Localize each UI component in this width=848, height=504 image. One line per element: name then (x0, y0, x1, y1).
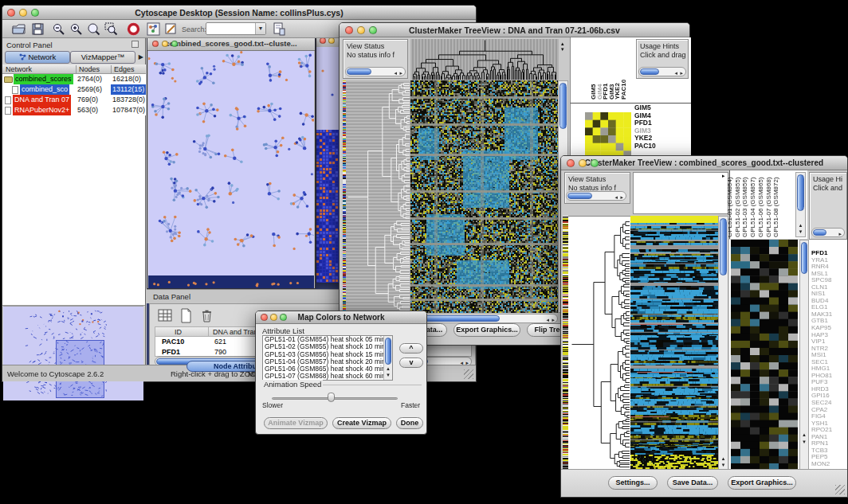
treeview-b-footer: Settings...Save Data...Export Graphics..… (561, 469, 847, 497)
zoom-ic[interactable] (171, 41, 178, 47)
folder-icon (4, 76, 13, 83)
desktop: Cytoscape Desktop (Session Name: collins… (0, 0, 848, 504)
animate-vizmap-button[interactable]: Animate Vizmap (264, 417, 328, 429)
view-status-scrollbar[interactable]: ◂▸ (345, 67, 406, 76)
treeview-button[interactable]: Save Data... (667, 476, 718, 490)
network-nodes: 769(0) (76, 95, 111, 105)
float-panel-icon[interactable] (132, 41, 139, 48)
tab-overflow-arrow[interactable]: ▶ (139, 53, 143, 61)
resize-grip[interactable] (464, 369, 473, 379)
network-overview-thumbnail[interactable] (3, 306, 143, 400)
col-label-vscrollbar[interactable]: ▴▾ (795, 172, 806, 237)
move-down-button[interactable]: v (399, 357, 423, 368)
network-graph-canvas[interactable] (148, 51, 314, 288)
close-ic[interactable] (261, 314, 268, 321)
dialog-titlebar[interactable]: Map Colors to Network (256, 311, 426, 324)
help-ring-icon[interactable] (127, 22, 140, 36)
treeview-a-zoom-heatmap[interactable] (585, 112, 631, 158)
move-up-button[interactable]: ^ (399, 343, 423, 354)
network-row[interactable]: combined_scores2764(0)16218(0) (2, 74, 146, 84)
zoom-fit-icon[interactable] (87, 22, 100, 36)
treeview-b-titlebar[interactable]: ClusterMaker TreeView : combined_scores_… (561, 156, 847, 170)
control-panel: Control Panel Network VizMapper™ ▶ Netwo… (2, 38, 146, 365)
column-label: GPL51-06 (GSM865) (758, 177, 764, 237)
zoom-in-icon[interactable] (69, 22, 83, 36)
status-welcome: Welcome to Cytoscape 2.6.2 (7, 369, 104, 378)
close-ic[interactable] (152, 41, 159, 47)
usage-hints-panel: Usage HiClick and ▸ (809, 172, 847, 240)
treeview-b-zoom-heatmap[interactable] (731, 240, 798, 471)
search-input[interactable]: ▼ (206, 22, 266, 35)
column-label: PAC10 (621, 80, 627, 100)
network-name: DNA and Tran 07 (13, 95, 71, 105)
create-vizmap-button[interactable]: Create Vizmap (332, 417, 391, 429)
zoom-window-ic[interactable] (31, 9, 39, 17)
main-title-bar[interactable]: Cytoscape Desktop (Session Name: collins… (2, 6, 476, 20)
network-table-header: Network Nodes Edges (2, 64, 146, 74)
network-row[interactable]: RNAPuberNov2+563(0)107847(0) (2, 105, 146, 115)
table-icon[interactable] (158, 308, 173, 323)
minimize-ic[interactable] (19, 9, 27, 17)
network-nodes: 2764(0) (76, 74, 111, 84)
background-network-canvas[interactable] (316, 47, 341, 283)
tab-network[interactable]: Network (5, 51, 70, 64)
network-row[interactable]: combined_sco2569(6)13112(15) (2, 84, 146, 95)
zoom-ic[interactable] (369, 26, 377, 34)
close-ic[interactable] (7, 9, 15, 17)
tab-vizmapper[interactable]: VizMapper™ (70, 51, 135, 64)
nav-arrow-icon[interactable]: ▸ (722, 173, 725, 178)
close-ic[interactable] (567, 159, 575, 167)
network-view-titlebar[interactable]: combined_scores_good.txt--cluste... (147, 38, 315, 51)
annotation-icon[interactable] (164, 22, 178, 36)
attribute-listbox[interactable]: GPL51-01 (GSM854) heat shock 05 minGPL51… (262, 335, 393, 381)
row-dendrogram[interactable] (346, 80, 410, 313)
row-dendrogram[interactable] (568, 216, 630, 471)
vizmap-shortcut-icon[interactable] (147, 22, 160, 36)
treeview-a-titlebar[interactable]: ClusterMaker TreeView : DNA and Tran 07-… (340, 23, 689, 37)
new-document-icon[interactable] (179, 308, 194, 323)
network-nodes: 563(0) (76, 105, 111, 115)
gene-list-vscrollbar[interactable]: ▴▾ (799, 240, 809, 471)
animation-speed-slider-track[interactable] (272, 397, 398, 400)
done-button[interactable]: Done (396, 417, 423, 429)
zoom-out-icon[interactable] (52, 22, 65, 36)
usage-hints-scrollbar[interactable]: ◂▸ (638, 67, 686, 76)
attribute-batch-icon[interactable] (273, 22, 286, 36)
save-icon[interactable] (31, 22, 45, 36)
network-edges: 107847(0) (111, 105, 146, 115)
open-folder-icon[interactable] (12, 22, 26, 36)
network-row[interactable]: DNA and Tran 07769(0)183728(0) (2, 95, 146, 105)
close-ic[interactable] (345, 26, 353, 34)
trash-icon[interactable] (199, 308, 214, 323)
resize-grip[interactable] (835, 485, 845, 494)
network-view-window[interactable]: combined_scores_good.txt--cluste... (147, 38, 316, 289)
treeview-window-combined: ClusterMaker TreeView : combined_scores_… (560, 155, 848, 498)
minimize-ic[interactable] (357, 26, 365, 34)
heatmap-vscrollbar[interactable]: ▴▾ (718, 216, 728, 471)
treeview-a-global-heatmap[interactable] (410, 80, 558, 313)
faster-label: Faster (401, 401, 420, 409)
gene-label: MON2 (811, 461, 832, 468)
listbox-vscrollbar[interactable]: ▴▾ (383, 336, 392, 380)
view-status-scrollbar[interactable]: ◂▸ (566, 191, 626, 201)
minimize-ic[interactable] (579, 159, 587, 167)
network-edges: 183728(0) (111, 95, 146, 105)
view-status-panel: View StatusNo status info f ◂▸ (343, 39, 408, 79)
minimize-ic[interactable] (270, 314, 277, 321)
minimize-ic[interactable] (162, 41, 168, 47)
treeview-b-global-heatmap[interactable] (630, 216, 718, 471)
nav-arrow-icon[interactable]: ▴▾ (561, 41, 564, 52)
zoom-ic[interactable] (591, 159, 599, 167)
treeview-button[interactable]: Settings... (608, 476, 658, 490)
treeview-button[interactable]: Export Graphics... (728, 476, 796, 490)
zoom-selected-icon[interactable] (104, 22, 118, 36)
search-label: Search: (182, 25, 206, 33)
heatmap-hscrollbar[interactable]: ◂▸ (410, 314, 558, 323)
chevron-down-icon[interactable]: ▼ (255, 23, 265, 34)
treeview-button[interactable]: Export Graphics... (453, 323, 520, 337)
animation-speed-slider-thumb[interactable] (328, 393, 335, 402)
treeview-b-title: ClusterMaker TreeView : combined_scores_… (585, 158, 823, 167)
column-dendrogram[interactable] (410, 39, 559, 80)
usage-hints-scrollbar[interactable]: ▸ (811, 228, 845, 237)
zoom-ic[interactable] (280, 314, 287, 321)
